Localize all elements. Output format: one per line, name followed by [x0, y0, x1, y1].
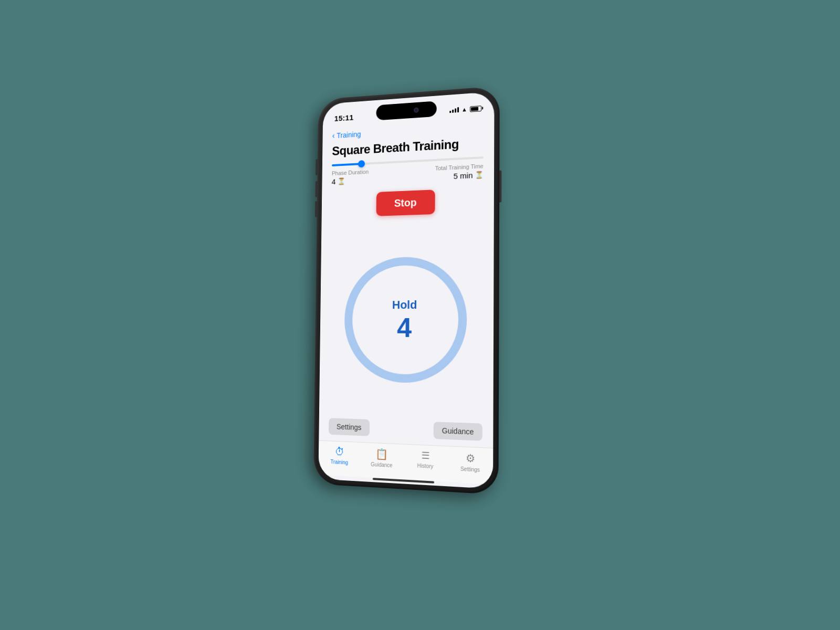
status-time: 15:11 [334, 113, 354, 123]
stop-button[interactable]: Stop [376, 190, 435, 216]
battery-icon [470, 106, 481, 112]
tab-training[interactable]: ⏱ Training [319, 445, 361, 466]
tab-bar-inner: ⏱ Training 📋 Guidance ☰ History ⚙ [319, 445, 494, 474]
guidance-button[interactable]: Guidance [434, 422, 482, 440]
tab-history[interactable]: ☰ History [403, 449, 448, 471]
phone-frame: 15:11 ▲ [313, 86, 500, 495]
slider-thumb[interactable] [358, 160, 365, 167]
training-tab-icon: ⏱ [334, 446, 344, 458]
total-time-label-group: Total Training Time 5 min ⏳ [435, 163, 484, 181]
phase-duration-label: Phase Duration [332, 169, 369, 176]
hourglass-icon: ⏳ [338, 177, 345, 185]
tab-settings[interactable]: ⚙ Settings [447, 451, 493, 474]
history-tab-icon: ☰ [421, 449, 429, 461]
tab-bar: ⏱ Training 📋 Guidance ☰ History ⚙ [318, 440, 493, 485]
notch [376, 101, 436, 120]
total-hourglass-icon: ⏳ [475, 171, 483, 179]
back-chevron-icon: ‹ [332, 131, 335, 140]
guidance-tab-label: Guidance [371, 461, 392, 468]
training-tab-label: Training [330, 459, 348, 466]
settings-button[interactable]: Settings [329, 418, 370, 436]
battery-fill [471, 107, 478, 111]
phone-screen: 15:11 ▲ [318, 91, 494, 489]
breath-phase-label: Hold [392, 298, 417, 312]
breath-circle: Hold 4 [344, 256, 467, 384]
tab-guidance[interactable]: 📋 Guidance [360, 447, 403, 469]
breath-phase-number: 4 [397, 313, 412, 341]
status-icons: ▲ [449, 105, 481, 113]
stop-section: Stop [321, 183, 494, 226]
slider-labels: Phase Duration 4 ⏳ Total Training Time 5… [332, 163, 484, 186]
phase-duration-value: 4 ⏳ [332, 176, 369, 186]
total-time-label: Total Training Time [435, 163, 484, 172]
settings-tab-icon: ⚙ [465, 452, 475, 465]
settings-tab-label: Settings [460, 466, 480, 472]
guidance-tab-icon: 📋 [375, 447, 388, 460]
total-time-value: 5 min ⏳ [454, 170, 484, 181]
phase-duration-label-group: Phase Duration 4 ⏳ [332, 169, 369, 186]
camera-dot [414, 107, 419, 112]
back-label: Training [337, 130, 361, 140]
breathing-circle-section: Hold 4 [319, 220, 494, 419]
history-tab-label: History [417, 463, 433, 469]
wifi-icon: ▲ [461, 106, 467, 113]
home-indicator [373, 478, 434, 484]
signal-icon [449, 107, 459, 113]
